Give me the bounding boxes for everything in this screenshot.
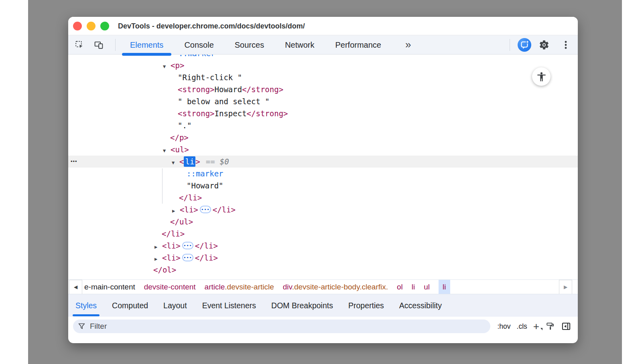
dom-tree-row[interactable]: </li> [68,192,578,204]
text-node: Howard [215,85,242,94]
dock-side-toggle-icon[interactable] [561,321,571,332]
breadcrumb-item[interactable]: ol [397,280,403,294]
styles-tab-computed[interactable]: Computed [112,294,148,317]
dom-tree-row[interactable]: "Howard" [68,180,578,192]
breadcrumb-item[interactable]: devsite-content [144,280,196,294]
zoom-window-button[interactable] [100,22,109,30]
tag-token: <p> [171,61,184,70]
tag-token: </li> [213,205,236,214]
tab-performance[interactable]: Performance [325,35,392,55]
styles-tab-styles[interactable]: Styles [75,294,97,317]
dom-tree-row[interactable]: </p> [68,131,578,144]
ellipsis-expand-badge[interactable]: ••• [200,206,211,213]
dom-tree-row[interactable]: "." [68,119,578,131]
dom-tree-row[interactable]: ▶<li>•••</li> [68,204,578,216]
new-style-rule-button[interactable]: + [533,322,539,331]
text-node: "Howard" [187,181,223,190]
toolbar-divider-right [510,39,510,51]
accessibility-overlay-button[interactable] [532,67,551,86]
expand-toggle-icon[interactable]: ▼ [172,157,179,169]
tag-token: <strong> [178,85,215,94]
selected-tag-token: <li> [179,156,200,167]
styles-tab-accessibility[interactable]: Accessibility [399,294,442,317]
dom-tree-row[interactable]: ▶<li>•••</li> [68,240,578,252]
tag-token: </ul> [170,217,193,226]
ellipsis-expand-badge[interactable]: ••• [182,254,193,261]
dom-tree-row[interactable]: ▼<p> [68,59,578,71]
breadcrumb: e-main-contentdevsite-contentarticle.dev… [84,280,450,294]
tag-token: <ul> [171,145,189,154]
tag-token: <li> [180,205,198,214]
pseudo-element-node: ::marker [179,55,215,58]
close-window-button[interactable] [73,22,82,30]
tag-token: </li> [195,253,218,262]
dom-tree-row[interactable]: "Right-click " [68,71,578,83]
pseudo-state-toggle[interactable]: :hov [497,322,510,331]
ellipsis-expand-badge[interactable]: ••• [182,242,193,249]
breadcrumb-item[interactable]: article.devsite-article [205,280,274,294]
gear-icon[interactable] [538,39,548,49]
tag-token: </p> [170,133,189,142]
tag-token: </strong> [242,85,283,94]
highlighted-tag-name: li [184,156,195,167]
expand-toggle-icon[interactable]: ▼ [163,61,171,73]
panel-tab-strip: ElementsConsoleSourcesNetworkPerformance [120,35,392,55]
element-classes-toggle[interactable]: .cls [517,322,527,331]
styles-tab-strip: StylesComputedLayoutEvent ListenersDOM B… [68,294,578,317]
styles-tab-dom-breakpoints[interactable]: DOM Breakpoints [271,294,333,317]
breadcrumb-scroll-right-button[interactable]: ▶ [559,280,572,294]
tag-token: </ol> [153,265,176,274]
toolbar-divider [115,39,116,51]
breadcrumb-item[interactable]: ul [424,280,430,294]
dom-tree-row[interactable]: ▶<li>•••</li> [68,252,578,264]
expand-toggle-icon[interactable]: ▼ [163,145,171,157]
dom-tree-panel: ::marker▼<p>"Right-click "<strong>Howard… [68,55,578,279]
dom-tree-row[interactable]: <strong>Howard</strong> [68,83,578,95]
tab-elements[interactable]: Elements [120,35,174,55]
tab-network[interactable]: Network [274,35,325,55]
styles-tab-properties[interactable]: Properties [348,294,384,317]
equals-token: == [206,157,215,166]
tab-sources[interactable]: Sources [224,35,274,55]
dom-tree-row[interactable]: " below and select " [68,95,578,107]
device-toolbar-icon[interactable] [94,40,104,50]
tag-token: <li> [162,253,181,262]
title-bar: DevTools - developer.chrome.com/docs/dev… [68,17,578,35]
dom-tree-row[interactable]: </ul> [68,216,578,228]
filter-input-container [73,320,490,333]
text-node: "Right-click " [178,73,242,82]
expand-toggle-icon[interactable]: ▶ [172,205,180,217]
expand-toggle-icon[interactable]: ▶ [154,241,162,253]
console-reference-token: $0 [220,157,229,166]
dom-tree-row-selected[interactable]: •••▼<li>==$0 [68,156,578,168]
filter-input[interactable] [90,322,486,331]
text-node: "." [178,121,191,130]
breadcrumb-item[interactable]: li [412,280,415,294]
breadcrumb-item-selected[interactable]: li [439,280,450,294]
styles-tab-event-listeners[interactable]: Event Listeners [202,294,256,317]
dom-tree-row[interactable]: </ol> [68,264,578,276]
inspect-element-icon[interactable] [75,40,84,50]
breadcrumb-item[interactable]: div.devsite-article-body.clearfix. [283,280,388,294]
pseudo-element-node: ::marker [187,169,223,178]
styles-tab-layout[interactable]: Layout [163,294,187,317]
kebab-menu-icon[interactable] [561,40,571,50]
text-node: " below and select " [178,97,270,106]
devtools-window: DevTools - developer.chrome.com/docs/dev… [68,17,578,343]
tag-token: <strong> [178,109,215,118]
dom-tree-row[interactable]: <strong>Inspect</strong> [68,107,578,119]
more-tabs-chevron[interactable]: » [405,35,411,54]
tag-token: </li> [179,193,202,202]
row-gutter-dots[interactable]: ••• [71,156,77,168]
breadcrumb-scroll-left-button[interactable]: ◀ [69,280,82,294]
minimize-window-button[interactable] [87,22,95,30]
ai-assistant-icon[interactable] [518,38,531,52]
dom-tree-row[interactable]: ::marker [68,168,578,180]
paint-roller-icon[interactable] [545,322,555,331]
breadcrumb-bar: ◀ e-main-contentdevsite-contentarticle.d… [68,279,578,294]
expand-toggle-icon[interactable]: ▶ [154,253,162,265]
dom-tree-row[interactable]: </li> [68,228,578,240]
dom-tree-row[interactable]: ▼<ul> [68,144,578,156]
tab-console[interactable]: Console [174,35,224,55]
breadcrumb-item[interactable]: e-main-content [84,280,135,294]
